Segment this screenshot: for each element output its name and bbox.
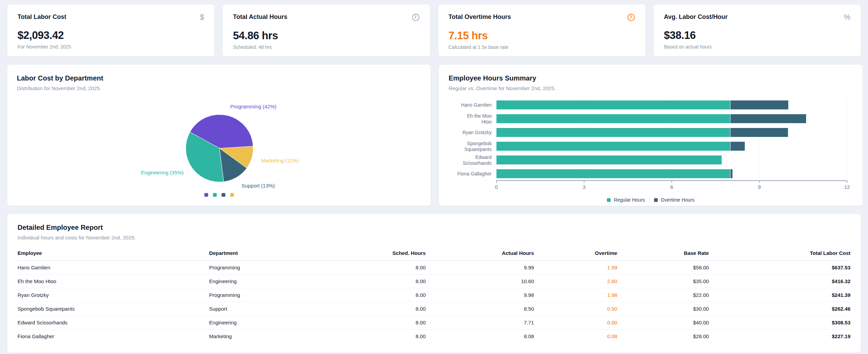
kpi-subtitle: For November 2nd, 2025 [18,44,204,50]
clock-icon [627,13,635,21]
column-header-overtime: Overtime [534,250,617,261]
cell-base-rate: $58.00 [617,261,709,275]
cell-base-rate: $22.00 [617,288,709,302]
kpi-value: 54.86 hrs [233,30,419,42]
employee-report-table: EmployeeDepartmentSched. HoursActual Hou… [18,250,850,343]
legend-swatch [607,198,611,202]
dollar-icon: $ [200,13,204,21]
cell-sched-hours: 8.00 [334,316,426,330]
legend-label: Overtime Hours [661,197,695,203]
y-axis-label-fiona-gallagher: Fiona Gallagher [457,171,492,176]
cell-base-rate: $30.00 [617,302,709,316]
column-header-base-rate: Base Rate [617,250,709,261]
cell-actual-hours: 8.08 [426,330,534,343]
table-card-subtitle: Individual hours and costs for November … [18,235,850,240]
cell-employee: Fiona Gallagher [18,330,209,343]
cell-actual-hours: 10.60 [426,275,534,288]
bar-overtime-hours-ryan-grotzky[interactable] [730,128,788,137]
column-header-actual-hours: Actual Hours [426,250,534,261]
cell-overtime: 1.98 [534,288,617,302]
pie-card-title: Labor Cost by Department [17,74,421,82]
bar-overtime-hours-hans-gamlien[interactable] [730,100,788,109]
column-header-employee: Employee [18,250,209,261]
y-axis-label-edward-scissorhands: EdwardScissorhands [463,154,492,166]
table-row-eh-the-moo-htoo: Eh the Moo HtooEngineering8.0010.602.60$… [18,275,850,288]
detailed-report-card: Detailed Employee Report Individual hour… [7,214,861,353]
kpi-title: Total Overtime Hours [449,13,511,21]
table-row-edward-scissorhands: Edward ScissorhandsEngineering8.007.710.… [18,316,850,330]
bar-regular-hours-eh-the-moo-htoo[interactable] [496,114,730,123]
x-axis-tick-12: 12 [844,184,850,190]
y-axis-label-eh-the-moo-htoo: Eh the MooHtoo [467,113,492,125]
cell-sched-hours: 8.00 [334,275,426,288]
cell-department: Programming [209,261,334,275]
cell-employee: Hans Gamlien [18,261,209,275]
cell-base-rate: $40.00 [617,316,709,330]
cell-employee: Eh the Moo Htoo [18,275,209,288]
table-header-row: EmployeeDepartmentSched. HoursActual Hou… [18,250,850,261]
bar-regular-hours-edward-scissorhands[interactable] [496,155,722,164]
bar-overtime-hours-spongebob-squarepants[interactable] [730,142,745,151]
bar-chart: Hans GamlienEh the MooHtooRyan GrotzkySp… [449,96,853,203]
cell-sched-hours: 8.00 [334,261,426,275]
cell-total-labor-cost: $637.53 [709,261,850,275]
table-card-title: Detailed Employee Report [18,224,850,232]
cell-sched-hours: 8.00 [334,302,426,316]
cell-overtime: 0.50 [534,302,617,316]
bar-card-subtitle: Regular vs. Overtime for November 2nd, 2… [449,85,853,91]
kpi-card-total-labor-cost: Total Labor Cost $ $2,093.42 For Novembe… [7,4,215,57]
cell-total-labor-cost: $308.53 [709,316,850,330]
table-row-spongebob-squarepants: Spongebob SquarepantsSupport8.008.500.50… [18,302,850,316]
cell-sched-hours: 8.00 [334,330,426,343]
bar-regular-hours-fiona-gallagher[interactable] [496,169,730,178]
cell-department: Engineering [209,275,334,288]
cell-overtime: 0.08 [534,330,617,343]
kpi-title: Avg. Labor Cost/Hour [664,13,728,21]
bar-regular-hours-hans-gamlien[interactable] [496,100,730,109]
cell-department: Marketing [209,330,334,343]
pie-legend [17,193,421,197]
clock-icon [412,13,420,21]
pie-legend-swatch-support [222,193,225,197]
pie-label-engineering: Engineering (35%) [141,170,184,175]
cell-employee: Spongebob Squarepants [18,302,209,316]
pie-legend-swatch-programming [204,193,208,197]
bar-chart-card: Employee Hours Summary Regular vs. Overt… [439,64,863,206]
table-row-fiona-gallagher: Fiona GallagherMarketing8.008.080.08$28.… [18,330,850,343]
kpi-title: Total Labor Cost [18,13,66,21]
pie-label-support: Support (13%) [242,183,275,189]
cell-total-labor-cost: $241.39 [709,288,850,302]
y-axis-label-ryan-grotzky: Ryan Grotzky [462,130,492,135]
bar-regular-hours-ryan-grotzky[interactable] [496,128,730,137]
table-row-ryan-grotzky: Ryan GrotzkyProgramming8.009.981.98$22.0… [18,288,850,302]
pie-label-marketing: Marketing (11%) [261,158,299,163]
pie-chart-svg: Programming (42%)Engineering (35%)Suppor… [17,96,421,190]
cell-base-rate: $35.00 [617,275,709,288]
bar-overtime-hours-eh-the-moo-htoo[interactable] [730,114,806,123]
column-header-total-labor-cost: Total Labor Cost [709,250,850,261]
kpi-card-total-overtime-hours: Total Overtime Hours 7.15 hrs Calculated… [438,4,646,57]
legend-item-regular-hours: Regular Hours [607,197,645,203]
bar-chart-svg: Hans GamlienEh the MooHtooRyan GrotzkySp… [449,96,853,192]
bar-overtime-hours-fiona-gallagher[interactable] [730,169,732,178]
cell-employee: Edward Scissorhands [18,316,209,330]
cell-overtime: 0.00 [534,316,617,330]
kpi-value: 7.15 hrs [449,30,635,42]
column-header-sched-hours: Sched. Hours [334,250,426,261]
bar-regular-hours-spongebob-squarepants[interactable] [496,142,730,151]
cell-total-labor-cost: $227.19 [709,330,850,343]
cell-department: Engineering [209,316,334,330]
kpi-subtitle: Based on actual hours [664,44,850,50]
kpi-card-avg-labor-cost-hour: Avg. Labor Cost/Hour % $38.16 Based on a… [653,4,861,57]
cell-overtime: 1.99 [534,261,617,275]
y-axis-label-hans-gamlien: Hans Gamlien [461,102,492,108]
cell-overtime: 2.60 [534,275,617,288]
column-header-department: Department [209,250,334,261]
cell-actual-hours: 9.98 [426,288,534,302]
kpi-value: $2,093.42 [18,29,204,42]
charts-row: Labor Cost by Department Distribution fo… [7,64,861,206]
pie-card-subtitle: Distribution for November 2nd, 2025. [17,85,421,91]
cell-actual-hours: 9.99 [426,261,534,275]
kpi-title: Total Actual Hours [233,13,287,21]
percent-icon: % [844,13,850,21]
